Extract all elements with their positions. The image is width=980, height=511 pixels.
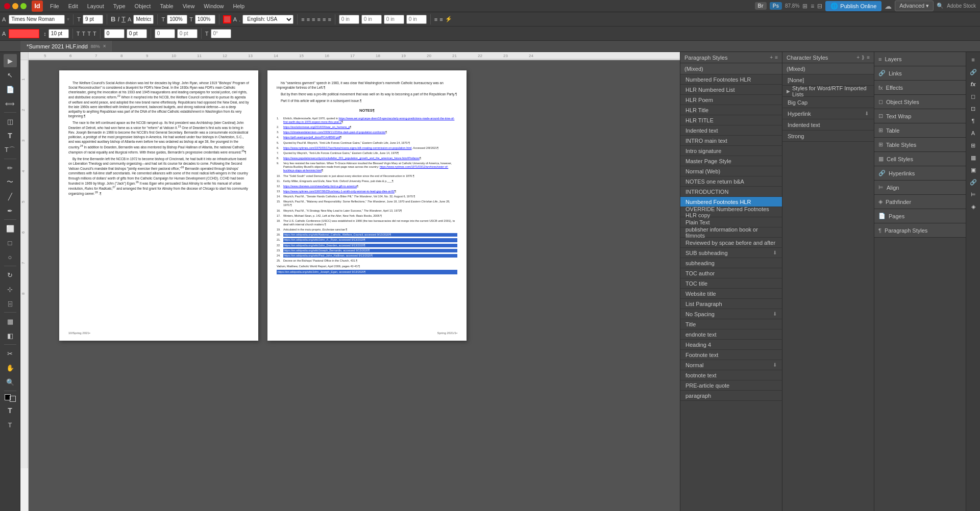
rectangle-frame-tool[interactable]: ⬜ bbox=[4, 222, 17, 235]
para-style-item[interactable]: TOC title bbox=[680, 278, 782, 289]
collapsed-panel-cell-styles[interactable]: ▦Cell Styles bbox=[874, 152, 966, 166]
underline-btn[interactable]: T bbox=[121, 15, 126, 23]
char-style-item[interactable]: Big Cap bbox=[782, 97, 874, 108]
collapsed-panel-align[interactable]: ⊨Align bbox=[874, 181, 966, 195]
para-style-item[interactable]: INTRO main text bbox=[680, 136, 782, 146]
para-style-item[interactable]: endnote text bbox=[680, 329, 782, 340]
t-bold-icon[interactable]: T bbox=[77, 31, 80, 37]
line-tool[interactable]: ╱ bbox=[4, 190, 17, 203]
italic-btn[interactable]: I bbox=[117, 15, 119, 23]
font-size-input[interactable] bbox=[83, 15, 103, 24]
kerning-input[interactable] bbox=[133, 15, 154, 24]
rectangle-tool[interactable]: □ bbox=[4, 236, 17, 249]
char-style-item[interactable]: Indented text bbox=[782, 119, 874, 131]
color-fill-box[interactable] bbox=[223, 15, 231, 23]
menu-edit[interactable]: Edit bbox=[64, 2, 82, 10]
char-styles-strip-icon[interactable]: A bbox=[968, 127, 979, 139]
menu-help[interactable]: Help bbox=[229, 2, 249, 10]
align-justify-icon[interactable]: ≡ bbox=[317, 16, 321, 22]
shear-tool[interactable]: ⌻ bbox=[4, 297, 17, 310]
indent-left-input[interactable] bbox=[339, 15, 359, 24]
links-icon[interactable]: 🔗 bbox=[968, 66, 979, 78]
para-styles-header[interactable]: Paragraph Styles + ≡ bbox=[680, 52, 782, 63]
char-styles-header[interactable]: Character Styles + ⟫ ≡ bbox=[782, 52, 874, 63]
type-tool-bottom[interactable]: T bbox=[4, 404, 17, 417]
char-style-item[interactable]: Strong bbox=[782, 131, 874, 142]
direct-selection-tool[interactable]: ↖ bbox=[4, 68, 17, 82]
para-style-item[interactable]: No Spacing ⬇ bbox=[680, 309, 782, 319]
effects-icon[interactable]: fx bbox=[968, 79, 979, 90]
hand-tool[interactable]: ✋ bbox=[4, 361, 17, 374]
type-on-path-tool[interactable]: T⌒ bbox=[4, 143, 17, 157]
para-style-item[interactable]: Normal ⬇ bbox=[680, 360, 782, 370]
t-underline2-icon[interactable]: T bbox=[87, 31, 91, 37]
tab-close-button[interactable]: × bbox=[103, 43, 106, 49]
publish-online-button[interactable]: 🌐 Publish Online bbox=[825, 1, 881, 11]
para-style-item[interactable]: paragraph bbox=[680, 391, 782, 401]
para-style-item[interactable]: Master Page Style bbox=[680, 156, 782, 166]
para-style-item[interactable]: PRE-article quote bbox=[680, 380, 782, 391]
hyperlinks-icon[interactable]: 🔗 bbox=[968, 176, 979, 188]
menu-type[interactable]: Type bbox=[109, 2, 130, 10]
para-style-item[interactable]: HLR Numbered List bbox=[680, 85, 782, 95]
br-icon[interactable]: Br bbox=[755, 2, 767, 10]
document-container[interactable]: The Welfare Council's Social Action divi… bbox=[29, 60, 680, 511]
collapsed-panel-table-styles[interactable]: ⊞Table Styles bbox=[874, 138, 966, 152]
selection-tool[interactable]: ▶ bbox=[4, 54, 17, 67]
menu-window[interactable]: Window bbox=[200, 2, 228, 10]
ps-icon[interactable]: Ps bbox=[770, 2, 782, 10]
collapsed-panel-text-wrap[interactable]: ⊡Text Wrap bbox=[874, 109, 966, 123]
align-right-icon[interactable]: ≡ bbox=[312, 16, 315, 22]
text-wrap-icon[interactable]: ⊡ bbox=[968, 103, 979, 114]
align-icon[interactable]: ⊨ bbox=[968, 189, 979, 200]
smooth-tool[interactable]: 〜 bbox=[4, 175, 17, 189]
para-styles-list[interactable]: Numbered Footnotes HLRHLR Numbered ListH… bbox=[680, 74, 782, 511]
gradient-swatch-tool[interactable]: ▦ bbox=[4, 315, 17, 328]
frame-type-tool[interactable]: T bbox=[4, 418, 17, 431]
pencil-tool[interactable]: ✏ bbox=[4, 161, 17, 174]
para-style-item[interactable]: Indented text bbox=[680, 125, 782, 136]
char-styles-menu-icon[interactable]: ≡ bbox=[867, 55, 870, 60]
collapsed-panel-paragraph-styles[interactable]: ¶Paragraph Styles bbox=[874, 223, 966, 238]
layers-icon[interactable]: ≡ bbox=[968, 54, 979, 65]
space-before-input[interactable] bbox=[104, 29, 125, 38]
menu-layout[interactable]: Layout bbox=[83, 2, 108, 10]
collapsed-panel-pages[interactable]: 📄Pages bbox=[874, 209, 966, 223]
advanced-button[interactable]: Advanced ▾ bbox=[895, 1, 934, 11]
char-styles-list[interactable]: [None]▶Styles for Word/RTF Imported List… bbox=[782, 74, 874, 142]
language-select[interactable]: English: USA bbox=[242, 15, 293, 24]
search-icon[interactable]: 🔍 bbox=[937, 3, 944, 9]
drop-cap-chars[interactable] bbox=[177, 29, 198, 38]
menu-view[interactable]: View bbox=[179, 2, 199, 10]
scale-tool[interactable]: ⊹ bbox=[4, 283, 17, 296]
page-tool[interactable]: 📄 bbox=[4, 83, 17, 96]
para-styles-menu-icon[interactable]: ≡ bbox=[775, 55, 778, 60]
t-color-icon[interactable]: T bbox=[93, 31, 96, 37]
horizontal-scale-input[interactable] bbox=[167, 15, 187, 24]
para-style-item[interactable]: TOC author bbox=[680, 268, 782, 278]
vertical-scale-input[interactable] bbox=[195, 15, 215, 24]
scissors-tool[interactable]: ✂ bbox=[4, 347, 17, 360]
table-styles-icon[interactable]: ▦ bbox=[968, 152, 979, 163]
para-style-item[interactable]: Numbered Footnotes HLR bbox=[680, 74, 782, 85]
leading-input[interactable] bbox=[48, 29, 69, 38]
para-styles-icon[interactable]: ¶ bbox=[968, 115, 979, 126]
type-tool[interactable]: T bbox=[4, 129, 17, 142]
char-styles-expand-icon[interactable]: ⟫ bbox=[862, 55, 865, 60]
canvas-area[interactable]: 5 6 7 8 9 10 11 12 13 14 15 16 17 18 19 … bbox=[20, 52, 680, 511]
para-style-item[interactable]: HLR Poem bbox=[680, 95, 782, 105]
para-styles-add-icon[interactable]: + bbox=[770, 55, 773, 60]
para-style-item[interactable]: HLR Title bbox=[680, 105, 782, 115]
indent-top-input[interactable] bbox=[384, 15, 404, 24]
ellipse-tool[interactable]: ○ bbox=[4, 250, 17, 264]
align-center-j-icon[interactable]: ≡ bbox=[328, 16, 331, 22]
align-left-icon[interactable]: ≡ bbox=[301, 16, 304, 22]
drop-cap-lines[interactable] bbox=[155, 29, 175, 38]
char-style-item[interactable]: ▶Styles for Word/RTF Imported Lists bbox=[782, 86, 874, 97]
close-button[interactable] bbox=[4, 3, 10, 9]
para-style-item[interactable]: OVERRIDE Numbered Footnotes HLR copy bbox=[680, 207, 782, 217]
para-style-item[interactable]: SUB subheading ⬇ bbox=[680, 248, 782, 258]
minimize-button[interactable] bbox=[12, 3, 18, 9]
cell-styles-icon[interactable]: ▣ bbox=[968, 164, 979, 175]
collapsed-panel-table[interactable]: ⊞Table bbox=[874, 123, 966, 138]
